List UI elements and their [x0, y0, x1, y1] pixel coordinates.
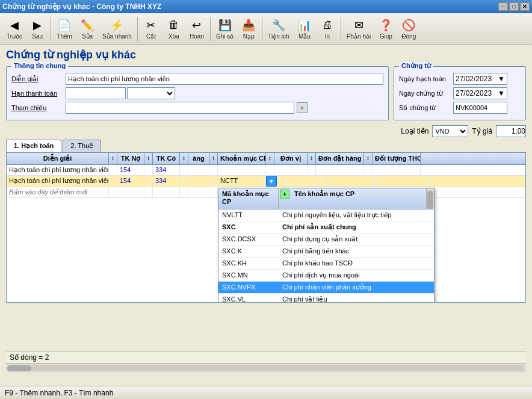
tham-chieu-button[interactable]: + [297, 102, 308, 113]
horizontal-scrollbar[interactable] [6, 363, 526, 373]
feedback-icon: ✉ [351, 18, 366, 32]
cell-ang-1 [188, 165, 209, 175]
han-thanh-toan-input[interactable] [66, 87, 126, 99]
tham-chieu-label: Tham chiếu [11, 104, 66, 112]
toolbar-cat[interactable]: ✂ Cắt [140, 15, 162, 43]
main-content: Chứng từ nghiệp vụ khác Thông tin chung … [0, 45, 532, 376]
ngay-hach-toan-row: Ngày hạch toán 27/02/2023 ▼ [399, 73, 521, 85]
col-sort-dg[interactable]: ↕ [109, 153, 117, 164]
close-button[interactable]: ✕ [520, 2, 530, 11]
dropdown-item-sxc-kh[interactable]: SXC.KH Chi phí khấu hao TSCĐ [218, 258, 434, 270]
grid-row[interactable]: Hạch toán chi phí lương nhân viên 154 33… [7, 176, 525, 187]
dropdown-item-nvltt[interactable]: NVLTT Chi phí nguyên liệu, vật liệu trực… [218, 209, 434, 221]
toolbar-giup[interactable]: ❓ Giúp [375, 15, 397, 43]
toolbar-sau-label: Sau [32, 33, 43, 40]
cell-sort-2-5 [277, 176, 285, 187]
minimize-button[interactable]: ─ [498, 2, 508, 11]
dropdown-cell-ma: SXC.DCSX [218, 234, 279, 245]
col-sort-ang[interactable]: ↕ [209, 153, 218, 164]
tab-thue[interactable]: 2. Thuế [63, 140, 101, 152]
col-sort-ddh[interactable]: ↕ [364, 153, 373, 164]
col-sort-km[interactable]: ↕ [266, 153, 274, 164]
scrollbar-track [7, 365, 525, 371]
toolbar-phan-hoi[interactable]: ✉ Phản hồi [344, 15, 374, 43]
col-header-don-vi: Đơn vị [274, 153, 308, 164]
col-sort-dv[interactable]: ↕ [308, 153, 316, 164]
toolbar-dong[interactable]: 🚫 Đóng [398, 15, 419, 43]
toolbar-in-label: In [325, 33, 330, 40]
dien-giai-input[interactable] [66, 73, 383, 85]
dropdown-item-sxc-mn[interactable]: SXC.MN Chi phí dịch vụ mua ngoài [218, 270, 434, 282]
cell-add-sort2 [144, 187, 153, 197]
dropdown-scrollbar[interactable] [427, 188, 434, 209]
toolbar-them[interactable]: 📄 Thêm [54, 15, 75, 43]
dropdown-item-sxc[interactable]: SXC Chi phí sản xuất chung [218, 221, 434, 234]
so-chung-tu-input[interactable] [453, 102, 507, 114]
cell-sort-2-1 [109, 176, 117, 187]
dien-giai-label: Diễn giải [11, 75, 66, 83]
maximize-button[interactable]: □ [509, 2, 519, 11]
chung-tu-panel: Chứng từ Ngày hạch toán 27/02/2023 ▼ Ngà… [394, 66, 526, 120]
dropdown-cell-ten: Chi phí nhân viên phân xưởng [279, 282, 434, 293]
back-icon: ◀ [7, 18, 22, 32]
cell-don-dat-hang-1 [316, 165, 364, 175]
grid-row[interactable]: Hạch toán chi phí lương nhân viên 154 33… [7, 165, 525, 176]
toolbar-sua[interactable]: ✏️ Sửa [76, 15, 98, 43]
cell-dien-giai-2: Hạch toán chi phí lương nhân viên [7, 176, 109, 187]
ngay-chung-tu-input[interactable]: 27/02/2023 ▼ [453, 87, 507, 99]
toolbar-xoa[interactable]: 🗑 Xóa [163, 15, 185, 43]
col-sort-tkno[interactable]: ↕ [144, 153, 153, 164]
scrollbar-thumb [7, 365, 31, 371]
toolbar-sau[interactable]: ▶ Sau [26, 15, 48, 43]
col-header-doi-tuong: Đối tượng THCP [373, 153, 421, 164]
save-icon: 💾 [218, 18, 232, 32]
ngay-hach-toan-label: Ngày hạch toán [399, 75, 453, 83]
ngay-hach-toan-input[interactable]: 27/02/2023 ▼ [453, 73, 507, 85]
cell-sort-2-7 [375, 176, 383, 187]
ngay-chung-tu-dropdown-icon: ▼ [498, 89, 505, 97]
dropdown-scroll-thumb [427, 191, 433, 209]
toolbar-tien-ich[interactable]: 🔧 Tiện ích [265, 15, 292, 43]
khoan-muc-dropdown-btn[interactable]: ▼ [266, 176, 277, 187]
dropdown-cell-ma: SXC.VL [218, 294, 279, 303]
toolbar-sua-nhanh[interactable]: ⚡ Sửa nhanh [99, 15, 135, 43]
ty-gia-label: Tỷ giá [472, 127, 492, 135]
cell-tkco-2: 334 [153, 176, 180, 187]
tham-chieu-input[interactable] [66, 102, 294, 114]
col-header-ang: àng [188, 153, 209, 164]
dropdown-item-sxc-vl[interactable]: SXC.VL Chi phí vật liệu [218, 294, 434, 303]
ty-gia-input[interactable] [496, 125, 526, 137]
toolbar-ghi-so[interactable]: 💾 Ghi số [213, 15, 237, 43]
cell-sort-3 [180, 165, 188, 175]
dropdown-cell-ten: Chi phí sản xuất chung [279, 221, 434, 233]
cell-add-tkno [117, 187, 144, 197]
cell-add-sort4 [209, 187, 218, 197]
toolbar-mau[interactable]: 📊 Mẫu [294, 15, 315, 43]
tab-hach-toan[interactable]: 1. Hạch toán [6, 140, 61, 152]
status-bar: F9 - Thêm nhanh, F3 - Tìm nhanh [0, 386, 532, 399]
dropdown-add-btn[interactable]: + [280, 190, 289, 199]
template-icon: 📊 [297, 18, 312, 32]
dropdown-header: Mã khoản mục CP + Tên khoản mục CP [218, 188, 434, 209]
load-icon: 📥 [241, 18, 256, 32]
toolbar-truoc[interactable]: ◀ Trước [4, 15, 25, 43]
dropdown-cell-ma: SXC [218, 221, 279, 233]
grid-header: Diễn giải ↕ TK Nợ ↕ TK Có ↕ àng ↕ Khoản … [7, 153, 525, 165]
panels-row: Thông tin chung Diễn giải Hạn thanh toán… [6, 66, 526, 120]
cell-doi-tuong-2 [383, 176, 431, 187]
loai-tien-select[interactable]: VND [432, 125, 468, 137]
so-chung-tu-label: Số chứng từ [399, 104, 453, 112]
toolbar-in[interactable]: 🖨 In [317, 15, 338, 43]
dropdown-item-sxc-dcsx[interactable]: SXC.DCSX Chi phí dụng cụ sản xuất [218, 234, 434, 246]
dropdown-cell-ten: Chi phí nguyên liệu, vật liệu trực tiếp [279, 209, 434, 221]
toolbar-nap[interactable]: 📥 Nạp [238, 15, 259, 43]
col-sort-tkco[interactable]: ↕ [180, 153, 188, 164]
dropdown-item-sxc-k[interactable]: SXC.K Chi phí bằng tiền khác [218, 246, 434, 258]
delete-icon: 🗑 [167, 18, 181, 32]
dropdown-ma-header: Mã khoản mục CP [218, 188, 279, 209]
dropdown-cell-ma: SXC.K [218, 246, 279, 257]
col-header-khoan-muc: Khoản mục CP [218, 153, 266, 164]
toolbar-hoan[interactable]: ↩ Hoàn [186, 15, 208, 43]
dropdown-item-sxc-nvpx[interactable]: SXC.NVPX Chi phí nhân viên phân xưởng [218, 282, 434, 294]
han-thanh-toan-select[interactable] [127, 87, 175, 99]
